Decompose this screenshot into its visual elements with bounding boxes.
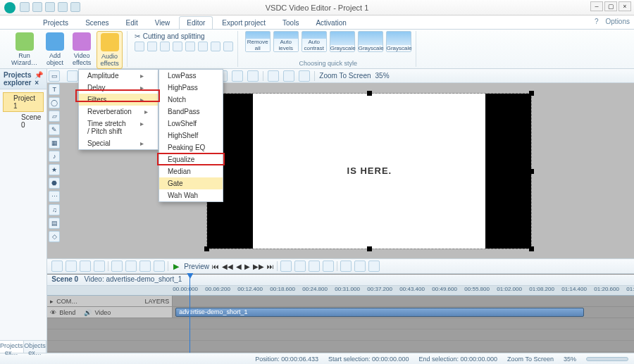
menu-item[interactable]: LowShelf — [159, 118, 223, 130]
timeline-clip[interactable]: advertise-demo_short_1 — [175, 308, 584, 317]
tab-tools[interactable]: Tools — [275, 16, 306, 29]
menu-item[interactable]: HighShelf — [159, 130, 223, 142]
menu-item[interactable]: Amplitude — [79, 70, 158, 82]
tb-btn[interactable] — [67, 70, 78, 82]
tool-icon[interactable]: ⋯ — [49, 191, 60, 202]
tl-btn[interactable] — [340, 261, 352, 272]
playhead[interactable] — [189, 275, 190, 353]
menu-item[interactable]: Time stretch / Pitch shift — [79, 118, 158, 137]
tl-btn[interactable] — [94, 261, 105, 272]
qat-btn[interactable] — [58, 2, 68, 12]
tl-btn[interactable] — [111, 261, 123, 272]
track-blend[interactable]: Blend — [59, 309, 75, 316]
add-object-button[interactable]: Add object — [43, 31, 67, 69]
tl-btn[interactable] — [125, 261, 137, 272]
tl-btn[interactable] — [323, 261, 334, 272]
maximize-button[interactable]: ▢ — [604, 1, 617, 11]
tool-icon[interactable]: ◇ — [49, 231, 60, 242]
close-button[interactable]: × — [619, 1, 631, 11]
style-remove-all[interactable]: Remove all — [245, 31, 271, 52]
tab-edit[interactable]: Edit — [118, 16, 145, 29]
tree-project-1[interactable]: Project 1 — [3, 92, 44, 112]
tb-btn[interactable] — [283, 70, 294, 82]
tool-icon[interactable]: ★ — [49, 164, 60, 175]
menu-item[interactable]: Wah Wah — [159, 189, 223, 201]
menu-item[interactable]: BandPass — [159, 106, 223, 118]
tb-btn[interactable] — [232, 70, 243, 82]
minimize-button[interactable]: – — [590, 1, 603, 11]
projects-tab[interactable]: Projects ex… — [0, 341, 24, 353]
style-auto-contrast[interactable]: Auto contrast — [302, 31, 327, 52]
tl-btn[interactable] — [154, 261, 165, 272]
transport-btn[interactable]: ▶ — [244, 263, 250, 270]
menu-item[interactable]: Filters — [79, 94, 158, 106]
menu-item[interactable]: Notch — [159, 94, 223, 106]
menu-item[interactable]: Reverberation — [79, 106, 158, 118]
menu-item[interactable]: Median — [159, 165, 223, 177]
tl-btn[interactable] — [66, 261, 77, 272]
tool-icon[interactable]: ♪ — [49, 151, 60, 162]
style-grayscale-3[interactable]: Grayscale — [386, 31, 411, 52]
tool-icon[interactable]: ✎ — [49, 124, 60, 135]
tool-icon[interactable]: ▤ — [49, 218, 60, 229]
tl-btn[interactable] — [139, 261, 151, 272]
style-grayscale-2[interactable]: Grayscale — [358, 31, 383, 52]
tool-icon[interactable]: ▱ — [49, 111, 60, 122]
transport-btn[interactable]: ◀ — [236, 263, 242, 270]
qat-btn[interactable] — [20, 2, 30, 12]
tl-btn[interactable] — [80, 261, 91, 272]
menu-item[interactable]: LowPass — [159, 70, 223, 82]
transport-btn[interactable]: ▶▶ — [253, 263, 264, 270]
pin-icon[interactable]: 📌× — [35, 71, 43, 87]
menu-item[interactable]: Delay — [79, 82, 158, 94]
tab-export[interactable]: Export project — [214, 16, 273, 29]
tool-icon[interactable]: T — [49, 84, 60, 95]
transport-btn[interactable]: ⏭ — [267, 263, 274, 270]
help-icon[interactable]: ? — [595, 18, 599, 25]
tl-btn[interactable] — [294, 261, 306, 272]
tl-btn[interactable] — [368, 261, 380, 272]
video-effects-button[interactable]: Video effects — [70, 31, 94, 69]
tool-icon[interactable]: ▭ — [49, 70, 60, 82]
menu-item[interactable]: Gate — [159, 177, 223, 189]
audio-effects-button[interactable]: Audio effects — [97, 31, 122, 69]
menu-item[interactable]: HighPass — [159, 82, 223, 94]
scene-frame[interactable]: IS HERE. — [207, 94, 531, 249]
menu-item[interactable]: Peaking EQ — [159, 142, 223, 153]
tab-projects[interactable]: Projects — [35, 16, 76, 29]
tab-editor[interactable]: Editor — [179, 16, 213, 29]
tab-view[interactable]: View — [147, 16, 178, 29]
objects-tab[interactable]: Objects ex… — [24, 341, 47, 353]
tl-btn[interactable] — [354, 261, 366, 272]
tool-icon[interactable]: ◯ — [49, 97, 60, 108]
tab-activation[interactable]: Activation — [308, 16, 354, 29]
zoom-slider[interactable] — [586, 357, 628, 361]
tl-btn[interactable] — [280, 261, 292, 272]
qat-btn[interactable] — [32, 2, 42, 12]
timeline-ruler[interactable]: 00.00:00000.06:20000:12.40000:18.60000:2… — [47, 286, 634, 296]
qat-btn[interactable] — [70, 2, 80, 12]
transport-btn[interactable]: ⏮ — [212, 263, 219, 270]
tab-scenes[interactable]: Scenes — [77, 16, 116, 29]
style-auto-levels[interactable]: Auto levels — [273, 31, 299, 52]
tree-scene-0[interactable]: Scene 0 — [3, 112, 44, 130]
tool-icon[interactable]: ▦ — [49, 137, 60, 149]
qat-btn[interactable] — [45, 2, 55, 12]
tl-btn[interactable] — [51, 261, 63, 272]
tool-icon[interactable]: ⬣ — [49, 177, 60, 189]
tb-btn[interactable] — [247, 70, 259, 82]
menu-item[interactable]: Special — [79, 137, 158, 149]
zoom-value[interactable]: 35% — [375, 72, 390, 80]
style-grayscale-1[interactable]: Grayscale — [330, 31, 355, 52]
tl-btn[interactable] — [309, 261, 320, 272]
tool-icon[interactable]: ♫ — [49, 204, 60, 215]
tb-btn[interactable] — [299, 70, 310, 82]
run-wizard-button[interactable]: Run Wizard… — [8, 31, 40, 69]
status-zoom-value[interactable]: 35% — [564, 356, 576, 363]
play-button[interactable]: ▶ — [171, 261, 181, 271]
tb-btn[interactable] — [268, 70, 279, 82]
menu-item[interactable]: Equalize — [159, 153, 223, 165]
options-link[interactable]: Options — [606, 18, 630, 25]
scene-tab[interactable]: Scene 0 — [51, 275, 78, 283]
track-com[interactable]: COM… — [56, 298, 77, 305]
